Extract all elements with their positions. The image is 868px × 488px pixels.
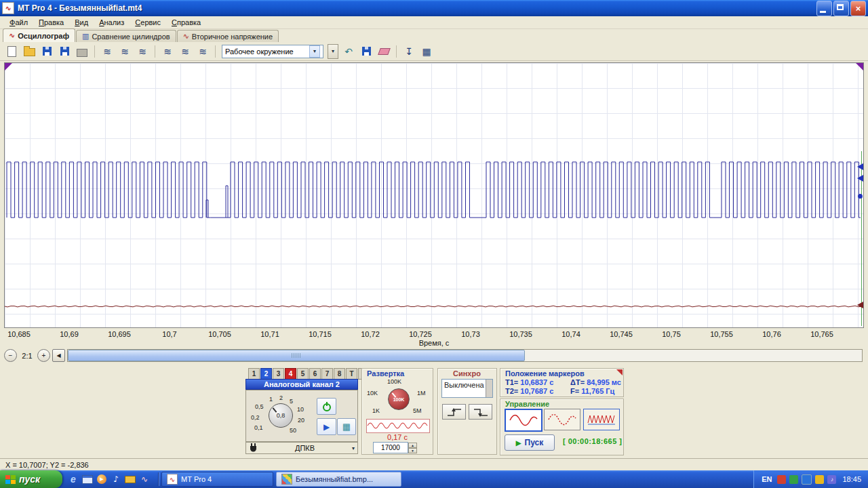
channel-tab[interactable]: 1 [248,368,260,380]
channel-tab[interactable]: 8 [334,368,345,380]
samples-input[interactable] [373,442,408,453]
mode-single-button[interactable] [505,409,542,432]
maximize-button[interactable] [833,1,849,16]
channel-tab[interactable]: 6 [309,368,321,380]
task-label: МТ Pro 4 [181,475,212,483]
channel-table-button[interactable]: ▦ [337,418,356,435]
show-desktop-icon[interactable] [82,474,93,485]
new-file-button[interactable] [4,44,19,59]
menu-item[interactable]: Правка [33,17,69,28]
marker2-triangle[interactable] [856,63,863,70]
channel2-zero-arrow[interactable] [857,175,863,182]
sync-group: Синхро Выключена [437,368,497,455]
x-tick-label: 10,7 [162,330,176,338]
menu-item[interactable]: Файл [4,17,33,28]
folder-shortcut-icon[interactable] [125,474,136,485]
horizontal-scrollbar[interactable] [67,349,863,362]
channel2-trigger-dot[interactable] [858,194,863,199]
marker1-triangle[interactable] [5,63,12,70]
marker-t2: T2= 10,7687 с [505,387,570,395]
zoom-in-button[interactable]: + [37,349,50,362]
close-button[interactable]: × [850,1,866,16]
save-as-button[interactable] [57,44,72,59]
start-button[interactable]: ▶ Пуск [505,434,555,451]
tray-volume-icon[interactable]: ♪ [827,475,836,484]
scrollbar-thumb[interactable] [68,350,525,361]
save-button[interactable] [39,44,54,59]
mode-pending-button[interactable] [544,409,580,430]
save-workspace-button[interactable] [359,44,374,59]
chevron-down-icon[interactable]: ▾ [352,445,355,451]
trigger-falling-button[interactable] [469,404,492,420]
marker-table-button[interactable]: ▦ [419,44,434,59]
markers-group: Положение маркеров T1= 10,6837 с ΔT= 84,… [500,368,624,397]
print-button[interactable] [75,44,90,59]
audio-app-icon[interactable]: ♪ [111,474,121,485]
workspace-menu-button[interactable]: ▾ [328,44,338,59]
save-as-icon [60,47,69,56]
mode-continuous-button[interactable] [583,409,620,430]
x-tick-label: 10,745 [610,330,633,338]
import-button[interactable]: ↧ [401,44,416,59]
minimize-button[interactable] [816,1,832,16]
language-indicator[interactable]: EN [760,474,774,484]
stepper-down-icon[interactable]: ▼ [408,448,417,453]
zoom-out-button[interactable]: − [4,349,17,362]
start-button-label: Пуск [525,438,544,447]
channel4-trace [5,306,862,307]
start-menu-button[interactable]: пуск [0,470,62,488]
undo-button[interactable]: ↶ [341,44,356,59]
gain-scale-label: 0,5 [255,403,264,410]
sweep-knob[interactable]: 100K [388,388,410,410]
sync-title: Синхро [453,369,481,378]
title-bar: ∿ MT Pro 4 - Безымянныйfiat.mt4 × [0,0,868,16]
sync-mode-list[interactable]: Выключена [441,379,493,398]
channel-tab[interactable]: 2 [260,368,272,380]
channel-tab[interactable]: 5 [297,368,309,380]
internet-explorer-icon[interactable]: e [68,474,79,485]
scroll-left-button[interactable]: ◀ [52,349,65,362]
channel-tab[interactable]: 3 [273,368,284,380]
task-button-mtpro[interactable]: ∿ МТ Pro 4 [161,472,273,487]
gain-knob[interactable]: 0,8 [269,403,293,428]
signal-mode-2-button[interactable]: ≋ [178,44,193,59]
tray-warning-icon[interactable] [815,475,824,484]
channel-tab[interactable]: T [346,368,357,380]
mtpro-shortcut-icon[interactable]: ∿ [139,474,150,485]
channel4-level-arrow[interactable] [857,302,863,308]
menu-item[interactable]: Сервис [130,17,166,28]
tray-update-icon[interactable] [789,475,798,484]
document-tab[interactable]: ∿ Вторичное напряжение [177,30,279,42]
tray-antivirus-icon[interactable] [777,475,786,484]
document-tab[interactable]: ▥ Сравнение цилиндров [76,30,176,42]
layout-overlay-button[interactable]: ≋ [135,44,150,59]
trigger-rising-button[interactable] [442,404,466,420]
tray-network-icon[interactable] [802,474,812,485]
channel-tab[interactable]: 7 [321,368,333,380]
channel-selector: 12345678TE [248,368,370,380]
task-button-bitmap[interactable]: Безымянныйfiat.bmp... [276,472,401,487]
media-player-icon[interactable]: ▶ [96,474,107,485]
channel-tab[interactable]: 4 [285,368,296,380]
layout-split-button[interactable]: ≋ [117,44,132,59]
channel-power-button[interactable] [317,398,336,415]
stepper-up-icon[interactable]: ▲ [408,443,417,448]
markers-corner-icon[interactable] [616,369,623,375]
channel2-level-arrow[interactable] [857,163,863,170]
channel-source-select[interactable]: ДПКВ [260,444,349,452]
channel-run-button[interactable]: ▶ [317,418,336,435]
workspace-combobox[interactable]: Рабочее окружение ▾ [222,45,323,58]
menu-item[interactable]: Справка [166,17,206,28]
erase-button[interactable] [376,44,391,59]
oscilloscope-plot[interactable] [4,62,864,328]
layout-single-button[interactable]: ≋ [100,44,115,59]
sweep-scale-label: 100K [387,378,401,385]
signal-mode-1-button[interactable]: ≋ [160,44,175,59]
document-tab[interactable]: ∿ Осциллограф [3,28,75,42]
open-file-button[interactable] [22,44,37,59]
menu-item[interactable]: Вид [69,17,94,28]
signal-mode-3-button[interactable]: ≋ [195,44,210,59]
menu-item[interactable]: Анализ [94,17,130,28]
chevron-down-icon[interactable]: ▾ [309,45,320,58]
taskbar-clock[interactable]: 18:45 [842,475,861,483]
